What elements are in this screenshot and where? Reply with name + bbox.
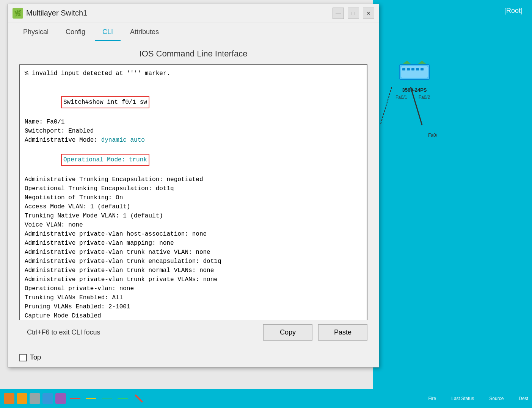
cli-line-pvlan-host: Administrative private-vlan host-associa… <box>25 230 362 239</box>
window-title: Multilayer Switch1 <box>26 9 333 17</box>
cli-line-access-vlan: Access Mode VLAN: 1 (default) <box>25 202 362 211</box>
cli-terminal[interactable]: % invalid input detected at '''' marker.… <box>19 64 367 326</box>
cli-line-native-vlan: Trunking Native Mode VLAN: 1 (default) <box>25 211 362 220</box>
toolbar-icon-3[interactable] <box>30 393 40 404</box>
cli-line-switchport: Switchport: Enabled <box>25 127 362 136</box>
top-checkbox[interactable] <box>19 354 27 361</box>
toolbar-line-red <box>70 398 80 399</box>
cli-line-admin-trunk-enc: Administrative Trunking Encapsulation: n… <box>25 175 362 184</box>
cli-line-op-mode: Operational Mode: trunk <box>25 145 362 175</box>
command-highlight: Switch#show int f0/1 sw <box>61 96 149 108</box>
status-bar: Fire Last Status Source Dest <box>0 389 532 408</box>
svg-line-10 <box>411 87 422 125</box>
toolbar-icon-5[interactable] <box>55 393 66 404</box>
ctrl-hint: Ctrl+F6 to exit CLI focus <box>27 328 100 336</box>
svg-rect-1 <box>401 66 428 78</box>
svg-rect-6 <box>421 68 424 70</box>
cli-line-pvlan-trunk-enc: Administrative private-vlan trunk encaps… <box>25 257 362 266</box>
svg-rect-4 <box>411 68 414 70</box>
toolbar-line-green <box>118 398 128 399</box>
cli-line-op-pvlan: Operational private-vlan: none <box>25 284 362 293</box>
cli-line-negotiation: Negotiation of Trunking: On <box>25 193 362 202</box>
paste-button[interactable]: Paste <box>318 324 367 341</box>
cli-line-blank <box>25 78 362 87</box>
top-checkbox-label: Top <box>30 353 41 361</box>
svg-marker-7 <box>403 61 411 64</box>
root-badge: [Root] <box>499 4 528 18</box>
right-panel: [Root] 3560-24PS Fa0/1 Fa0/2 <box>373 0 532 408</box>
action-buttons: Copy Paste <box>263 324 367 341</box>
port-fa0x-label: Fa0/ <box>428 133 437 138</box>
dynamic-auto-text: dynamic auto <box>101 137 145 144</box>
toolbar-line-yellow <box>86 398 96 399</box>
minimize-button[interactable]: — <box>333 8 344 19</box>
svg-marker-8 <box>418 61 426 64</box>
toolbar-icon-2[interactable] <box>17 393 27 404</box>
titlebar: 🌿 Multilayer Switch1 — □ ✕ <box>8 4 379 22</box>
cli-output[interactable]: % invalid input detected at '''' marker.… <box>20 65 367 325</box>
dialog-window: 🌿 Multilayer Switch1 — □ ✕ Physical Conf… <box>8 4 379 367</box>
cli-line-name: Name: Fa0/1 <box>25 117 362 127</box>
cli-line-capture-mode: Capture Mode Disabled <box>25 311 362 320</box>
tab-bar: Physical Config CLI Attributes <box>8 22 379 41</box>
cli-line-1: % invalid input detected at '''' marker. <box>25 69 362 78</box>
app-icon: 🌿 <box>13 8 23 19</box>
cli-line-pvlan-map: Administrative private-vlan mapping: non… <box>25 239 362 248</box>
toolbar-icon-4[interactable] <box>42 393 53 404</box>
tab-physical[interactable]: Physical <box>16 24 56 41</box>
status-last: Last Status <box>451 396 474 401</box>
content-area: IOS Command Line Interface % invalid inp… <box>8 41 379 337</box>
cli-line-voice-vlan: Voice VLAN: none <box>25 220 362 230</box>
maximize-button[interactable]: □ <box>348 8 359 19</box>
cli-line-pvlan-trunk-native: Administrative private-vlan trunk native… <box>25 248 362 257</box>
close-button[interactable]: ✕ <box>363 8 374 19</box>
connection-lines <box>377 87 452 133</box>
status-source: Source <box>489 396 504 401</box>
switch-icon <box>395 57 433 87</box>
status-fire: Fire <box>428 396 436 401</box>
section-title: IOS Command Line Interface <box>19 49 367 59</box>
tab-attributes[interactable]: Attributes <box>122 24 166 41</box>
status-dest: Dest <box>519 396 528 401</box>
copy-button[interactable]: Copy <box>263 324 312 341</box>
cli-line-command: Switch#show int f0/1 sw <box>25 87 362 117</box>
toolbar-line-diagonal <box>135 394 143 403</box>
svg-line-9 <box>380 87 392 125</box>
window-controls: — □ ✕ <box>333 8 374 19</box>
svg-rect-5 <box>416 68 419 70</box>
bottom-controls: Ctrl+F6 to exit CLI focus Copy Paste <box>16 320 379 344</box>
svg-rect-3 <box>407 68 410 70</box>
cli-line-pvlan-trunk-normal: Administrative private-vlan trunk normal… <box>25 266 362 275</box>
toolbar-icon-1[interactable] <box>4 393 14 404</box>
tab-cli[interactable]: CLI <box>95 24 121 41</box>
tab-config[interactable]: Config <box>58 24 93 41</box>
cli-line-trunking-vlans: Trunking VLANs Enabled: All <box>25 293 362 302</box>
op-mode-highlight: Operational Mode: trunk <box>61 154 149 166</box>
cli-line-pruning-vlans: Pruning VLANs Enabled: 2-1001 <box>25 302 362 311</box>
toolbar-line-teal <box>102 398 112 399</box>
svg-rect-2 <box>402 68 405 70</box>
cli-line-admin-mode: Administrative Mode: dynamic auto <box>25 136 362 145</box>
cli-line-pvlan-trunk-private: Administrative private-vlan trunk privat… <box>25 275 362 284</box>
checkbox-area: Top <box>19 353 41 361</box>
cli-line-op-trunk-enc: Operational Trunking Encapsulation: dot1… <box>25 184 362 193</box>
